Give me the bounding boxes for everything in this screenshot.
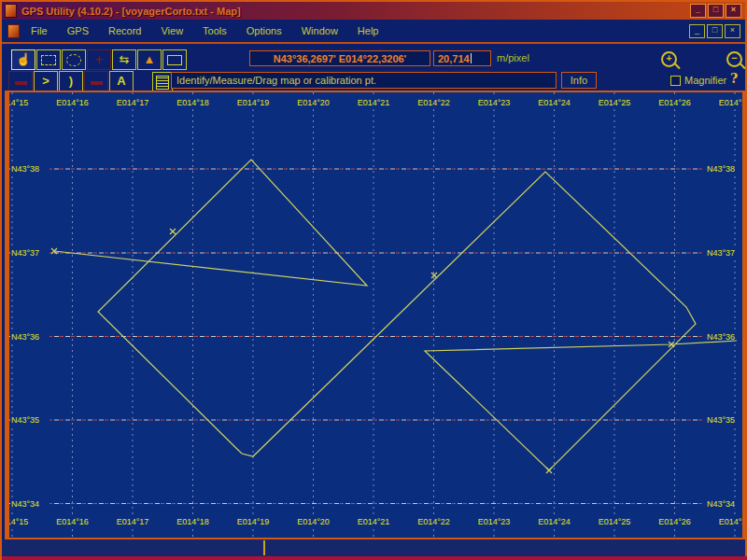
zoom-out-icon: − [731, 52, 737, 63]
map-canvas[interactable]: E014°15E014°15E014°16E014°16E014°17E014°… [9, 92, 742, 538]
child-window-controls: _ □ × [689, 24, 745, 38]
svg-text:E014°19: E014°19 [237, 517, 270, 526]
curve-tool-button[interactable]: ) [59, 71, 83, 91]
svg-text:E014°18: E014°18 [176, 517, 209, 526]
crosshair-icon: + [94, 51, 103, 67]
dash-icon: ▬ [91, 74, 103, 88]
coordinate-readout[interactable]: N43°36,2697' E014°22,3206' [249, 50, 430, 66]
svg-text:E014°16: E014°16 [56, 98, 89, 107]
select-ellipse-button[interactable] [62, 49, 86, 70]
svg-text:N43°37: N43°37 [11, 248, 39, 258]
zoom-in-button[interactable]: + [661, 51, 677, 67]
help-button[interactable]: ? [730, 71, 738, 86]
zoom-in-icon: + [666, 52, 671, 63]
dash-icon: ▬ [15, 74, 27, 88]
restore-button[interactable]: □ [708, 4, 724, 18]
scale-value: 20,714 [438, 53, 470, 64]
map-grid [9, 92, 742, 538]
child-restore-button[interactable]: □ [707, 24, 723, 38]
menu-window[interactable]: Window [302, 25, 338, 36]
map-grid-labels: E014°15E014°15E014°16E014°16E014°17E014°… [9, 96, 742, 527]
svg-text:E014°20: E014°20 [297, 517, 330, 526]
svg-text:E014°25: E014°25 [599, 98, 631, 107]
svg-text:N43°37: N43°37 [707, 248, 735, 258]
svg-text:N43°35: N43°35 [11, 415, 39, 425]
route-tool-button[interactable]: > [34, 71, 58, 91]
identify-tool-button[interactable]: ☝ [11, 49, 35, 70]
svg-text:N43°35: N43°35 [707, 415, 735, 425]
status-bar [2, 539, 745, 556]
window-bottom-edge [2, 556, 747, 560]
svg-text:N43°34: N43°34 [707, 499, 735, 509]
app-window: GPS Utility (4.10.2) - [voyagerCorto.txt… [0, 0, 747, 560]
gps-track [54, 160, 737, 470]
status-message-field: Identify/Measure/Drag map or calibration… [171, 72, 557, 89]
map-frame-tool-button[interactable] [162, 49, 187, 70]
svg-text:E014°25: E014°25 [599, 517, 631, 526]
svg-text:N43°34: N43°34 [11, 499, 39, 509]
svg-text:E014°24: E014°24 [538, 98, 571, 107]
rectangle-icon [167, 55, 182, 65]
child-minimize-button[interactable]: _ [689, 24, 705, 38]
svg-text:N43°38: N43°38 [707, 164, 735, 174]
scatter-tool-button[interactable]: ⇆ [112, 49, 136, 70]
map-window: E014°15E014°15E014°16E014°16E014°17E014°… [5, 91, 746, 539]
svg-text:E014°21: E014°21 [358, 517, 390, 526]
segment-tool-button[interactable]: ▬ [84, 71, 108, 91]
svg-text:E014°23: E014°23 [478, 517, 511, 526]
svg-text:N43°38: N43°38 [11, 164, 39, 174]
crosshair-tool-button[interactable]: + [87, 49, 111, 70]
child-close-button[interactable]: × [725, 24, 740, 38]
magnifier-checkbox[interactable] [670, 76, 681, 86]
drag-tool-button[interactable]: ▬ [8, 71, 33, 91]
menu-file[interactable]: File [31, 25, 48, 36]
menu-view[interactable]: View [161, 25, 183, 36]
minimize-button[interactable]: _ [690, 4, 706, 18]
list-icon [156, 76, 169, 90]
svg-text:E014°23: E014°23 [478, 98, 511, 107]
svg-text:E014°17: E014°17 [117, 517, 149, 526]
zoom-out-button[interactable]: − [726, 51, 742, 67]
toolbar: ☝ + ⇆ ▲ ▬ > ) ▬ A N43°36,2697' E014°22,3… [2, 44, 745, 91]
svg-text:E014°27: E014°27 [719, 517, 742, 526]
document-icon [7, 24, 20, 38]
svg-text:E014°20: E014°20 [297, 98, 330, 107]
svg-text:E014°15: E014°15 [9, 98, 28, 107]
svg-text:N43°36: N43°36 [11, 332, 39, 342]
status-bar-divider [263, 540, 265, 555]
waypoint-list-button[interactable] [152, 72, 173, 91]
svg-text:E014°18: E014°18 [176, 98, 209, 107]
menu-gps[interactable]: GPS [67, 25, 89, 36]
coordinate-value: N43°36,2697' E014°22,3206' [274, 53, 406, 64]
svg-text:E014°26: E014°26 [658, 98, 691, 107]
terrain-icon: ▲ [144, 52, 156, 66]
scatter-arrows-icon: ⇆ [120, 52, 130, 66]
info-button[interactable]: Info [561, 72, 597, 89]
menu-record[interactable]: Record [108, 25, 141, 36]
scale-input[interactable]: 20,714 [433, 50, 491, 66]
menu-bar: File GPS Record View Tools Options Windo… [2, 20, 745, 44]
close-button[interactable]: × [726, 4, 741, 18]
magnifier-label: Magnifier [684, 75, 726, 86]
title-bar[interactable]: GPS Utility (4.10.2) - [voyagerCorto.txt… [2, 2, 745, 20]
app-icon [5, 4, 17, 18]
dashed-rectangle-icon [41, 55, 56, 65]
svg-text:N43°36: N43°36 [707, 332, 735, 342]
svg-text:E014°22: E014°22 [417, 517, 450, 526]
window-controls: _ □ × [690, 4, 745, 18]
select-rectangle-button[interactable] [36, 49, 61, 70]
menu-help[interactable]: Help [358, 25, 379, 36]
svg-text:E014°17: E014°17 [117, 98, 149, 107]
curve-icon: ) [69, 74, 73, 88]
status-message: Identify/Measure/Drag map or calibration… [176, 75, 376, 86]
hand-pointer-icon: ☝ [16, 52, 31, 66]
svg-text:E014°22: E014°22 [417, 98, 450, 107]
svg-text:E014°16: E014°16 [56, 517, 89, 526]
terrain-tool-button[interactable]: ▲ [137, 49, 162, 70]
greater-than-icon: > [42, 74, 49, 88]
text-cursor [471, 53, 472, 63]
text-a-icon: A [117, 74, 125, 88]
menu-options[interactable]: Options [247, 25, 282, 36]
menu-tools[interactable]: Tools [203, 25, 227, 36]
text-label-tool-button[interactable]: A [109, 71, 134, 91]
